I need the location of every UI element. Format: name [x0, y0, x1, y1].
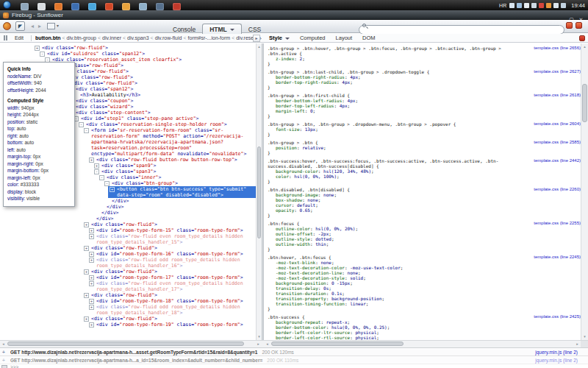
tab-html[interactable]: HTML [202, 24, 242, 34]
tray-icon[interactable] [509, 3, 514, 8]
css-property[interactable]: transition-duration: 0.1s; [268, 291, 516, 296]
expand-icon[interactable]: + [84, 246, 89, 251]
source-link[interactable]: jquery.min.js (line 2) [535, 348, 578, 356]
language-indicator[interactable]: HR [499, 3, 506, 8]
scroll-down-icon[interactable]: ▾ [581, 333, 588, 340]
breadcrumb-item[interactable]: div.inner [102, 35, 121, 40]
css-property[interactable]: transition-delay: 0s; [268, 286, 516, 291]
html-tree-node[interactable]: <div id="sulidres" class="span12">- [0, 51, 256, 57]
css-selector[interactable]: .btn:hover, .btn:focus { [268, 255, 516, 260]
taskbar-app-icon[interactable] [156, 3, 164, 10]
tray-icon[interactable] [531, 3, 537, 8]
scroll-up-icon[interactable]: ▴ [257, 43, 262, 50]
css-file-link[interactable]: template.css (line 2425) [534, 314, 581, 319]
break-on-mutate-icon[interactable] [3, 35, 8, 40]
html-tree-node[interactable]: <div id="room-type-form-19" class="room-… [0, 322, 256, 328]
taskbar-app-icon[interactable] [88, 3, 96, 10]
css-property[interactable]: border-top-left-radius: 4px; [268, 103, 516, 108]
scroll-down-icon[interactable]: ▾ [257, 333, 262, 340]
breadcrumb-item[interactable]: form#sr-...ion-form [188, 35, 231, 40]
collapse-icon[interactable]: - [104, 181, 110, 186]
html-tree-node[interactable]: </div> [0, 216, 256, 222]
scroll-left-icon[interactable]: ◂ [264, 341, 270, 347]
css-property[interactable]: transition-timing-function: linear; [268, 301, 516, 306]
inspect-element-icon[interactable] [15, 21, 25, 31]
html-tree-node[interactable]: <div class="row-fluid">+ [0, 45, 256, 51]
css-property[interactable]: margin-left: 0; [268, 108, 516, 113]
css-property[interactable]: background-position: 0 -15px; [268, 280, 516, 286]
expand-icon[interactable]: + [89, 258, 94, 263]
html-panel-scrollbar[interactable]: ▴ ▾ [256, 43, 262, 340]
html-tree-node[interactable]: <div id="room-type-form-16" class="room-… [0, 251, 256, 257]
html-tree-node[interactable]: </div> [0, 210, 256, 216]
css-property[interactable]: box-shadow: none; [268, 197, 516, 202]
tab-console[interactable]: Console [166, 24, 202, 34]
tab-css[interactable]: CSS [242, 24, 268, 34]
expand-icon[interactable]: + [89, 228, 94, 233]
clock[interactable]: 19:44 [571, 2, 585, 9]
css-selector[interactable]: .btn:focus { [268, 221, 516, 226]
css-property[interactable]: border-top-right-radius: 4px; [268, 79, 516, 85]
collapse-icon[interactable]: - [40, 52, 45, 57]
css-property[interactable]: -moz-text-decoration-color: -moz-use-tex… [268, 265, 516, 270]
css-selector[interactable]: .btn-group > .btn:first-child { [268, 93, 516, 98]
console-log-row[interactable]: +GET http://www.dizajnlab.net/rezervacij… [0, 356, 588, 364]
firebug-minimize-button[interactable] [566, 22, 573, 29]
expand-icon[interactable]: + [89, 322, 94, 328]
scrollbar-thumb[interactable] [582, 84, 587, 122]
breadcrumb-item[interactable]: div.row-fluid [155, 35, 182, 40]
expand-icon[interactable]: + [89, 305, 94, 310]
tab-computed[interactable]: Computed [295, 34, 331, 43]
style-panel-scrollbar[interactable]: ▴ ▾ [581, 43, 588, 340]
expand-icon[interactable]: + [89, 299, 94, 304]
collapse-icon[interactable]: - [94, 169, 99, 174]
html-tree-node[interactable]: <div class="row-fluid odd room_type_deta… [0, 304, 256, 316]
tab-dom[interactable]: DOM [357, 34, 381, 43]
taskbar-app-icon[interactable] [21, 3, 29, 10]
tab-layout[interactable]: Layout [331, 34, 358, 43]
html-tree-node[interactable]: <div class="row-fluid odd room_type_deta… [0, 257, 256, 269]
expand-icon[interactable]: + [84, 316, 89, 322]
html-tree-node[interactable]: <div id="room-type-form-17" class="room-… [0, 275, 256, 280]
console-log-row[interactable]: +GET http://www.dizajnlab.net/rezervacij… [0, 348, 588, 356]
css-selector[interactable]: .btn-group > .btn:last-child, .btn-group… [268, 69, 516, 74]
css-property[interactable]: background-image: none; [268, 192, 516, 197]
css-property[interactable]: -moz-text-decoration-line: none; [268, 270, 516, 275]
source-link[interactable]: jquery.min.js (line 2) [535, 356, 578, 364]
css-file-link[interactable]: template.css (line 2442) [534, 158, 581, 163]
forward-arrow-icon[interactable]: ▸ [38, 23, 41, 29]
expand-icon[interactable]: + [84, 222, 89, 227]
css-property[interactable]: -moz-text-decoration-style: solid; [268, 275, 516, 280]
css-property[interactable]: z-index: 2; [268, 56, 516, 61]
css-property[interactable]: background-repeat: repeat-x; [268, 319, 516, 325]
css-property[interactable]: color: hsl(0, 0%, 100%); [268, 174, 516, 179]
css-property[interactable]: border-bottom-color: hsla(0, 0%, 0%, 0.2… [268, 325, 516, 330]
taskbar-app-icon[interactable] [54, 3, 62, 10]
expand-icon[interactable]: + [35, 46, 40, 51]
css-file-link[interactable]: template.css (line 2656) [534, 46, 581, 50]
css-file-link[interactable]: template.css (line 2255) [534, 221, 581, 225]
breadcrumb-item[interactable]: button.btn [35, 35, 61, 40]
path-overflow-button[interactable]: ▸ [253, 35, 260, 42]
css-property[interactable]: border-bottom-right-radius: 4px; [268, 74, 516, 79]
html-tree-node[interactable]: <div class="row-fluid">+ [0, 292, 256, 298]
css-property[interactable]: position: relative; [268, 145, 516, 150]
collapse-icon[interactable]: - [84, 128, 89, 133]
taskbar-app-icon[interactable] [139, 3, 147, 10]
style-panel-hscrollbar[interactable]: ◂ ▸ [264, 341, 581, 347]
taskbar-app-icon[interactable] [122, 3, 130, 10]
css-property[interactable]: outline-offset: -2px; [268, 231, 516, 236]
html-tree-node[interactable]: <div id="room-type-form-15" class="room-… [0, 227, 256, 233]
css-property[interactable]: border-left-color-ltr-source: physical; [268, 330, 516, 335]
expand-icon[interactable]: + [89, 234, 94, 239]
expand-icon[interactable]: + [94, 163, 99, 169]
tab-style[interactable]: Style [264, 34, 295, 43]
css-property[interactable]: transition-property: background-position… [268, 296, 516, 301]
scroll-up-icon[interactable]: ▴ [581, 43, 588, 50]
css-property[interactable]: border-left-color-rtl-source: physical; [268, 335, 516, 340]
collapse-icon[interactable]: - [79, 122, 84, 127]
expand-icon[interactable]: + [89, 275, 94, 280]
css-property[interactable]: font-size: 13px; [268, 127, 516, 132]
expand-icon[interactable]: + [89, 252, 94, 257]
taskbar-app-icon[interactable] [173, 3, 181, 10]
